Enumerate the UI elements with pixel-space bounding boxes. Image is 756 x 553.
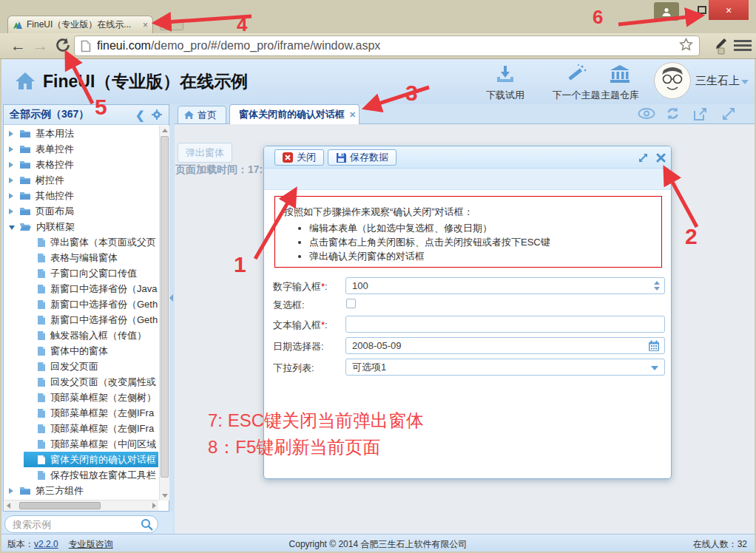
user-avatar[interactable] <box>654 62 691 99</box>
person-icon <box>661 7 672 17</box>
tree-item[interactable]: 触发器输入框（传值） <box>4 328 158 343</box>
browser-menu-icon[interactable] <box>734 40 752 53</box>
doc-icon <box>37 424 46 434</box>
forward-button[interactable]: → <box>33 38 48 53</box>
number-spinner[interactable] <box>654 281 660 291</box>
open-in-new-window-icon[interactable] <box>694 107 707 123</box>
tree-item[interactable]: 表格与编辑窗体 <box>4 250 158 265</box>
tab-close-icon[interactable]: × <box>143 21 148 30</box>
tree-item[interactable]: 表格控件 <box>4 157 158 172</box>
fullscreen-icon[interactable] <box>722 107 735 123</box>
close-button[interactable]: 关闭 <box>274 149 324 166</box>
number-input[interactable]: 100 <box>345 277 665 294</box>
user-name[interactable]: 三生石上 <box>695 74 740 88</box>
tree-item[interactable]: 顶部菜单框架（左侧IFra <box>4 421 158 436</box>
scroll-down-arrow-icon[interactable] <box>162 494 168 498</box>
search-icon[interactable] <box>141 518 153 534</box>
tree-item-label: 回发父页面 <box>50 360 98 373</box>
collapsed-arrow-icon[interactable] <box>9 206 16 217</box>
expanded-arrow-icon[interactable] <box>9 221 16 232</box>
collapsed-arrow-icon[interactable] <box>9 190 16 201</box>
theme-repo-button[interactable]: 主题仓库 <box>592 64 648 102</box>
scroll-up-arrow-icon[interactable] <box>162 129 168 132</box>
minimize-button[interactable] <box>685 13 694 15</box>
tree-item[interactable]: 表单控件 <box>4 141 158 157</box>
scroll-right-arrow-icon[interactable] <box>152 503 156 509</box>
collapsed-arrow-icon[interactable] <box>9 485 16 496</box>
tree-item[interactable]: 新窗口中选择省份（Java <box>4 281 158 296</box>
tree-item[interactable]: 回发父页面 <box>4 359 158 374</box>
tree-item[interactable]: 子窗口向父窗口传值 <box>4 265 158 281</box>
tree-horizontal-scrollbar[interactable] <box>4 500 158 511</box>
dialog-header[interactable] <box>264 146 671 169</box>
instruction-item: 编辑本表单（比如选中复选框、修改日期） <box>309 223 550 234</box>
back-button[interactable]: ← <box>10 38 26 53</box>
calendar-icon[interactable] <box>648 340 660 354</box>
tree-vertical-scrollbar[interactable] <box>159 126 169 501</box>
tree-item-label: 顶部菜单框架（左侧IFra <box>50 422 154 435</box>
maximize-button[interactable] <box>698 6 706 14</box>
tree-item[interactable]: 基本用法 <box>4 126 158 141</box>
tree-item[interactable]: 页面布局 <box>4 203 158 219</box>
tab-close-icon[interactable]: ✕ <box>349 110 356 120</box>
popup-window-button[interactable]: 弹出窗体 <box>178 143 232 163</box>
dropdown-arrow-icon[interactable] <box>651 366 658 370</box>
new-tab-button[interactable] <box>160 20 183 30</box>
download-trial-button[interactable]: 下载试用 <box>479 65 531 102</box>
tree-item[interactable]: 其他控件 <box>4 188 158 203</box>
panel-collapse-icon[interactable]: ❮ <box>135 109 145 122</box>
spin-down-icon[interactable] <box>654 287 660 291</box>
tree-item[interactable]: 树控件 <box>4 172 158 188</box>
app-home-icon[interactable] <box>15 72 36 94</box>
reload-icon <box>55 37 71 53</box>
tree-item[interactable]: 第三方组件 <box>4 483 158 498</box>
splitter-collapse-icon[interactable] <box>169 294 173 302</box>
address-bar[interactable]: fineui.com/demo_pro/#/demo_pro/iframe/wi… <box>74 35 700 56</box>
dropdown-select[interactable]: 可选项1 <box>345 359 665 376</box>
tree-item[interactable]: 新窗口中选择省份（Geth <box>4 296 158 312</box>
extension-eyedropper-icon[interactable] <box>708 36 729 60</box>
search-input[interactable] <box>4 515 158 533</box>
tab-home-label: 首页 <box>198 109 217 122</box>
tree-item[interactable]: 回发父页面（改变属性或 <box>4 374 158 390</box>
annotation-number: 6 <box>593 6 603 29</box>
vertical-scroll-thumb[interactable] <box>161 136 169 478</box>
view-source-eye-icon[interactable] <box>638 108 655 122</box>
tree-item[interactable]: 顶部菜单框架（中间区域 <box>4 436 158 452</box>
scroll-left-arrow-icon[interactable] <box>7 503 10 509</box>
window-close-button[interactable]: × <box>709 0 749 20</box>
bookmark-star-icon[interactable] <box>679 38 693 55</box>
reload-button[interactable] <box>55 37 71 56</box>
tree-item-label: 顶部菜单框架（中间区域 <box>50 438 156 451</box>
tree-item[interactable]: 窗体关闭前的确认对话框 <box>24 452 158 467</box>
tree-item[interactable]: 顶部菜单框架（左侧IFra <box>4 405 158 421</box>
tree-item[interactable]: 窗体中的窗体 <box>4 343 158 359</box>
profile-button[interactable] <box>654 2 679 21</box>
tab-home[interactable]: 首页 <box>178 106 226 124</box>
dialog-maximize-icon[interactable] <box>638 152 649 166</box>
tree-item[interactable]: 新窗口中选择省份（Geth <box>4 312 158 328</box>
tree-item-label: 顶部菜单框架（左侧树） <box>50 391 156 404</box>
footer-online-count: 在线人数：32 <box>693 538 747 551</box>
user-menu-caret-icon[interactable] <box>741 80 749 84</box>
instructions-box: 按照如下步骤操作来观察“确认关闭”对话框： 编辑本表单（比如选中复选框、修改日期… <box>274 196 662 268</box>
collapsed-arrow-icon[interactable] <box>9 128 16 139</box>
save-data-button[interactable]: 保存数据 <box>328 149 396 166</box>
collapsed-arrow-icon[interactable] <box>9 159 16 170</box>
panel-settings-gear-icon[interactable] <box>152 109 162 123</box>
refresh-icon[interactable] <box>666 106 680 123</box>
horizontal-scroll-thumb[interactable] <box>19 502 101 509</box>
checkbox-input[interactable] <box>346 299 356 308</box>
tree-item[interactable]: 弹出窗体（本页面或父页 <box>4 234 158 250</box>
text-input[interactable] <box>345 316 665 333</box>
spin-up-icon[interactable] <box>654 281 660 285</box>
collapsed-arrow-icon[interactable] <box>9 174 16 186</box>
collapsed-arrow-icon[interactable] <box>9 143 16 155</box>
tree-item[interactable]: 内联框架 <box>4 219 158 234</box>
tree-item[interactable]: 保存按钮放在窗体工具栏 <box>4 467 158 483</box>
dialog-close-icon[interactable] <box>656 152 666 166</box>
browser-tab[interactable]: FineUI（专业版）在线示... × <box>7 16 153 33</box>
tab-confirm-dialog[interactable]: 窗体关闭前的确认对话框 ✕ <box>229 104 360 124</box>
tree-item[interactable]: 顶部菜单框架（左侧树） <box>4 390 158 405</box>
date-input[interactable]: 2008-05-09 <box>345 337 665 354</box>
